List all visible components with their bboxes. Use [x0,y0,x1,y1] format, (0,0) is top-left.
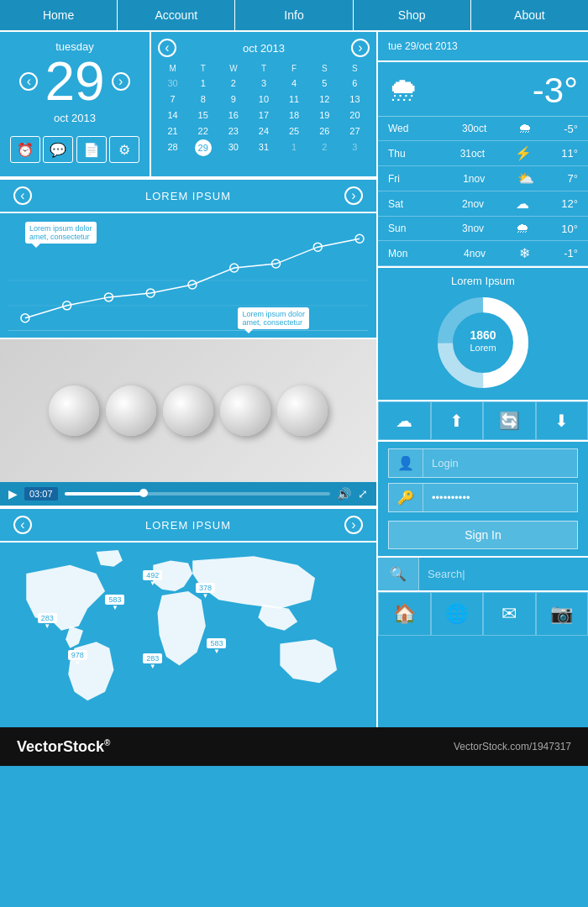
nav-home[interactable]: Home [0,0,118,30]
cal-day[interactable]: 9 [218,92,248,107]
cal-day[interactable]: 3 [340,139,370,156]
cal-day[interactable]: 6 [340,76,370,91]
cal-day[interactable]: 12 [310,92,339,107]
action-icons: ☁ ⬆ 🔄 ⬇ [378,400,588,440]
progress-bar[interactable] [65,492,330,495]
chart-tooltip-1: Lorem ipsum doloramet, consectetur [25,222,97,244]
cal-day[interactable]: 5 [310,76,339,91]
weather-forecast-thu: Thu 31oct ⚡ 11° [378,141,588,166]
video-controls: ▶ 03:07 🔊 ⤢ [0,482,376,506]
cal-day[interactable]: 14 [158,107,187,123]
cal-day[interactable]: 27 [340,123,370,139]
map-pin-978: 978 [68,650,87,660]
cal-day[interactable]: 20 [340,107,370,123]
date-prev-button[interactable]: ‹ [19,72,38,91]
action-icon-download[interactable]: ⬇ [536,401,589,440]
doc-icon[interactable]: 📄 [76,136,107,163]
bottom-icons: 🏠 🌐 ✉ 📷 [378,592,588,636]
weather-forecast-fri: Fri 1nov ⛅ 7° [378,166,588,191]
cal-day[interactable]: 2 [310,139,339,156]
expand-icon[interactable]: ⤢ [358,487,368,501]
action-icon-refresh[interactable]: 🔄 [483,401,536,440]
volume-icon[interactable]: 🔊 [337,487,351,501]
nav-account[interactable]: Account [118,0,235,30]
circle-3d-1 [49,385,99,436]
search-icon: 🔍 [378,558,419,590]
forecast-day-fri: Fri [388,173,430,185]
mail-icon[interactable]: ✉ [483,592,536,636]
cal-day[interactable]: 21 [158,123,187,139]
map-pin-583b: 583 [207,638,226,648]
nav-about[interactable]: About [471,0,588,30]
settings-icon[interactable]: ⚙ [109,136,139,163]
cal-day[interactable]: 1 [188,76,218,91]
user-icon: 👤 [389,449,423,477]
map-pin-283: 283 [38,613,57,623]
cal-next-button[interactable]: › [351,39,370,57]
cal-day[interactable]: 28 [158,139,187,156]
cal-day[interactable]: 1 [280,139,309,156]
login-password-input[interactable] [423,485,577,510]
login-username-input[interactable] [423,451,577,475]
home-icon[interactable]: 🏠 [378,592,431,636]
nav-shop[interactable]: Shop [354,0,471,30]
lorem2-next-button[interactable]: › [344,516,363,534]
chart-section: Lorem ipsum doloramet, consectetur L [0,213,376,339]
donut-label: Lorem Ipsum [388,275,578,287]
forecast-temp-sat: 12° [561,197,578,210]
cal-day[interactable]: 13 [340,92,370,107]
cal-day[interactable]: 18 [280,107,309,123]
cal-day[interactable]: 22 [188,123,218,139]
date-next-button[interactable]: › [112,72,130,91]
cal-day[interactable]: 30 [158,76,187,91]
cal-day[interactable]: 31 [249,139,278,156]
cal-day[interactable]: 10 [249,92,278,107]
action-icon-upload[interactable]: ⬆ [431,401,484,440]
cal-day[interactable]: 26 [310,123,339,139]
login-section: 👤 🔑 Sign In [378,440,588,556]
lorem-prev-button[interactable]: ‹ [13,186,32,205]
chat-icon[interactable]: 💬 [43,136,73,163]
cal-day[interactable]: 17 [249,107,278,123]
weather-temp-today: -3° [533,71,578,111]
cal-day[interactable]: 7 [158,92,187,107]
lorem-next-button[interactable]: › [344,186,363,205]
cal-day[interactable]: 24 [249,123,278,139]
search-section: 🔍 [378,556,588,592]
cal-day[interactable]: 4 [280,76,309,91]
cal-day-header-m: M [158,62,187,75]
cal-day[interactable]: 15 [188,107,218,123]
cal-day[interactable]: 23 [218,123,248,139]
cal-day[interactable]: 3 [249,76,278,91]
cal-day[interactable]: 30 [218,139,248,156]
action-icon-cloud[interactable]: ☁ [378,401,431,440]
nav-info[interactable]: Info [235,0,353,30]
cal-day[interactable]: 11 [280,92,309,107]
sign-in-button[interactable]: Sign In [388,521,578,549]
weather-icon-today: 🌨 [388,73,418,108]
circle-3d-5 [277,385,328,436]
search-input[interactable] [419,559,588,589]
cal-day[interactable]: 19 [310,107,339,123]
forecast-day-wed: Wed [388,123,430,134]
cal-day-today[interactable]: 29 [195,139,212,156]
right-panel: tue 29/oct 2013 🌨 -3° Wed 30oct 🌧 -5° Th… [378,32,588,727]
cal-day-header-f: F [280,62,309,75]
globe-icon[interactable]: 🌐 [431,592,484,636]
cal-day[interactable]: 16 [218,107,248,123]
map-pin-583a: 583 [105,595,124,605]
cal-day[interactable]: 25 [280,123,309,139]
camera-icon[interactable]: 📷 [536,592,589,636]
cal-prev-button[interactable]: ‹ [158,39,176,57]
footer-url: VectorStock.com/1947317 [454,741,571,752]
cal-header: ‹ oct 2013 › [158,39,370,57]
donut-wrapper: 1860 Lorem [388,292,578,393]
cal-grid: M T W T F S S 30 1 2 3 4 5 6 7 [158,62,370,156]
world-map [0,543,376,727]
cal-day[interactable]: 8 [188,92,218,107]
lorem2-prev-button[interactable]: ‹ [13,516,32,534]
play-button[interactable]: ▶ [8,487,18,501]
cal-day[interactable]: 2 [218,76,248,91]
alarm-icon[interactable]: ⏰ [10,136,40,163]
time-badge: 03:07 [24,487,58,501]
